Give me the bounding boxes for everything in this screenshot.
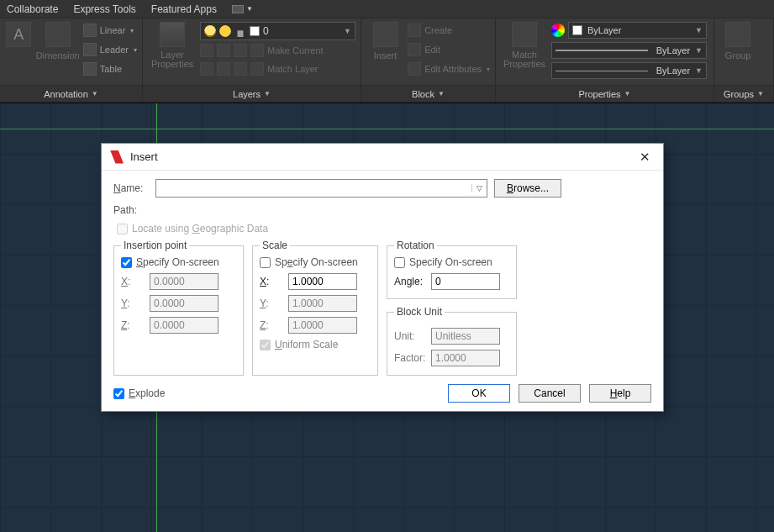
close-button[interactable]: ✕ bbox=[634, 147, 655, 167]
insertion-point-group: Insertion point Specify On-screen X: Y: … bbox=[113, 240, 244, 376]
chevron-down-icon: ▼ bbox=[344, 27, 351, 35]
layer-tool-icon[interactable] bbox=[217, 44, 230, 57]
text-icon: A bbox=[6, 22, 31, 47]
scale-group: Scale Specify On-screen X: Y: Z: Uniform… bbox=[252, 240, 378, 376]
match-layer-button[interactable]: Match Layer bbox=[267, 64, 319, 74]
block-unit-group: Block Unit Unit: Factor: bbox=[387, 306, 517, 376]
table-icon bbox=[83, 62, 97, 76]
angle-input[interactable] bbox=[431, 273, 500, 290]
layer-properties-button[interactable]: LayerProperties bbox=[148, 22, 197, 69]
name-label: Name: bbox=[113, 182, 149, 194]
layer-tool-icon[interactable] bbox=[200, 62, 213, 76]
layers-icon bbox=[160, 22, 185, 47]
edit-attributes-button[interactable]: Edit Attributes▾ bbox=[408, 61, 490, 77]
panel-annotation: A Dimension Linear▾ Leader▾ Table Annota… bbox=[0, 18, 143, 102]
chevron-down-icon: ▽ bbox=[471, 184, 487, 192]
group-icon bbox=[725, 22, 750, 47]
insert-icon bbox=[373, 22, 398, 47]
bulb-icon bbox=[204, 25, 216, 37]
panel-title-block[interactable]: Block▼ bbox=[361, 85, 495, 102]
menu-plugin-dropdown[interactable]: ▼ bbox=[232, 5, 253, 13]
match-icon bbox=[512, 22, 537, 47]
dialog-titlebar[interactable]: Insert ✕ bbox=[102, 144, 663, 171]
color-dropdown[interactable]: ByLayer▼ bbox=[568, 22, 707, 39]
panel-groups: Group Groups▼ bbox=[714, 18, 774, 102]
scale-y-input bbox=[288, 295, 357, 312]
insert-dialog: Insert ✕ Name: ▽ Browse... Path: Locate … bbox=[101, 143, 664, 412]
panel-title-layers[interactable]: Layers▼ bbox=[143, 85, 361, 102]
uniform-scale-checkbox: Uniform Scale bbox=[260, 339, 371, 350]
layer-tool-icon[interactable] bbox=[250, 62, 264, 76]
geographic-checkbox: Locate using Geographic Data bbox=[117, 223, 651, 234]
dialog-title: Insert bbox=[130, 150, 158, 163]
insertion-z-input bbox=[150, 317, 219, 334]
scale-specify-checkbox[interactable]: Specify On-screen bbox=[260, 256, 371, 268]
rotation-specify-checkbox[interactable]: Specify On-screen bbox=[394, 256, 509, 268]
scale-z-input bbox=[288, 317, 357, 334]
leader-button[interactable]: Leader▾ bbox=[83, 41, 137, 58]
create-block-button[interactable]: Create bbox=[408, 22, 490, 39]
panel-title-groups[interactable]: Groups▼ bbox=[714, 85, 773, 102]
insert-button[interactable]: Insert bbox=[366, 22, 404, 61]
color-wheel-icon[interactable] bbox=[551, 24, 565, 37]
text-button[interactable]: A bbox=[5, 22, 33, 49]
edit-block-button[interactable]: Edit bbox=[408, 41, 490, 58]
help-button[interactable]: Help bbox=[589, 384, 651, 403]
create-icon bbox=[408, 24, 421, 37]
crosshair-horizontal bbox=[0, 129, 774, 129]
path-label: Path: bbox=[113, 204, 149, 216]
layer-dropdown[interactable]: 0 ▼ bbox=[200, 22, 355, 40]
insertion-specify-checkbox[interactable]: Specify On-screen bbox=[121, 256, 236, 268]
browse-button[interactable]: Browse... bbox=[494, 179, 561, 198]
dimension-icon bbox=[45, 22, 71, 47]
attrs-icon bbox=[408, 62, 421, 76]
menubar: Collaborate Express Tools Featured Apps … bbox=[0, 0, 774, 18]
edit-icon bbox=[408, 43, 421, 56]
match-properties-button[interactable]: MatchProperties bbox=[501, 22, 548, 69]
panel-layers: LayerProperties 0 ▼ Make Current bbox=[143, 18, 361, 102]
menu-express-tools[interactable]: Express Tools bbox=[73, 3, 135, 15]
dimension-button[interactable]: Dimension bbox=[36, 22, 80, 61]
layer-tool-icon[interactable] bbox=[217, 62, 230, 76]
panel-properties: MatchProperties ByLayer▼ ByLayer▼ ByLaye… bbox=[496, 18, 714, 102]
current-layer-name: 0 bbox=[263, 25, 269, 37]
autocad-logo-icon bbox=[110, 150, 124, 164]
linetype-dropdown[interactable]: ByLayer▼ bbox=[551, 62, 707, 79]
lineweight-dropdown[interactable]: ByLayer▼ bbox=[551, 42, 707, 59]
ribbon: A Dimension Linear▾ Leader▾ Table Annota… bbox=[0, 18, 774, 103]
cancel-button[interactable]: Cancel bbox=[519, 384, 581, 403]
factor-input bbox=[431, 350, 500, 366]
linear-icon bbox=[83, 24, 97, 37]
sun-icon bbox=[219, 25, 231, 37]
lock-icon bbox=[234, 25, 246, 37]
panel-title-annotation[interactable]: Annotation▼ bbox=[0, 85, 142, 102]
menu-collaborate[interactable]: Collaborate bbox=[7, 3, 58, 15]
insertion-y-input bbox=[150, 295, 219, 312]
layer-tool-icon[interactable] bbox=[234, 44, 247, 57]
ok-button[interactable]: OK bbox=[448, 384, 510, 403]
color-swatch bbox=[250, 26, 260, 36]
name-combo[interactable]: ▽ bbox=[155, 179, 487, 198]
linear-button[interactable]: Linear▾ bbox=[83, 22, 137, 39]
group-button[interactable]: Group bbox=[719, 22, 756, 61]
layer-tool-icon[interactable] bbox=[234, 62, 247, 76]
explode-checkbox[interactable]: Explode bbox=[113, 387, 165, 399]
panel-title-properties[interactable]: Properties▼ bbox=[496, 85, 713, 102]
layer-tool-icon[interactable] bbox=[200, 44, 213, 57]
panel-block: Insert Create Edit Edit Attributes▾ Bloc… bbox=[361, 18, 496, 102]
make-current-button[interactable]: Make Current bbox=[267, 45, 324, 55]
table-button[interactable]: Table bbox=[83, 61, 137, 77]
leader-icon bbox=[83, 43, 97, 56]
scale-x-input[interactable] bbox=[288, 273, 357, 290]
rotation-group: Rotation Specify On-screen Angle: bbox=[387, 240, 517, 299]
unit-input bbox=[431, 328, 500, 345]
menu-featured-apps[interactable]: Featured Apps bbox=[151, 3, 217, 15]
layer-tool-icon[interactable] bbox=[250, 44, 264, 57]
insertion-x-input bbox=[150, 273, 219, 290]
